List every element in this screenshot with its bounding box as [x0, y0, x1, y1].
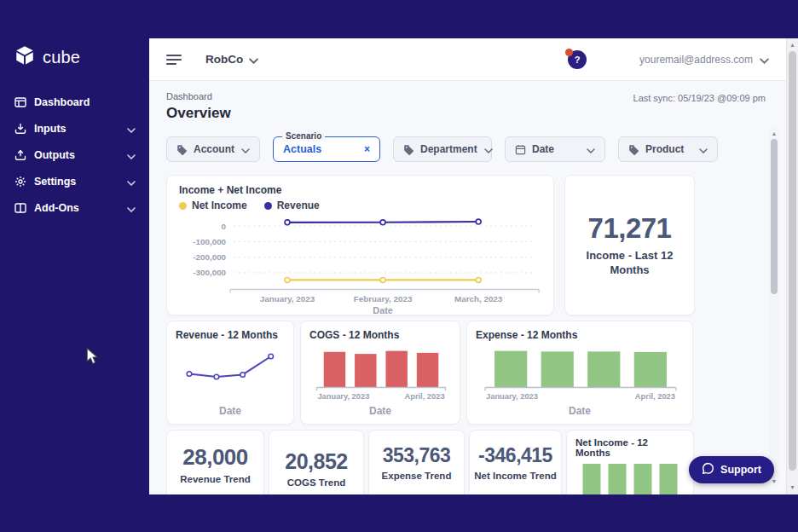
svg-text:January, 2023: January, 2023	[486, 392, 538, 401]
sidebar-item-dashboard[interactable]: Dashboard	[0, 89, 149, 115]
cogs-12-months-chart: January, 2023April, 2023	[309, 346, 453, 405]
help-button[interactable]: ?	[568, 50, 587, 69]
last-sync-status: Last sync: 05/19/23 @09:09 pm	[633, 93, 766, 103]
axis-label: Date	[309, 405, 451, 419]
content-scrollbar[interactable]: ▲ ▼	[769, 128, 779, 488]
kpi-cogs-trend: 20,852 COGS Trend	[269, 430, 364, 494]
tag-icon	[628, 144, 639, 155]
chart-title: Revenue - 12 Months	[176, 329, 285, 341]
add-ons-icon	[14, 201, 26, 214]
filter-scenario[interactable]: Scenario Actuals ×	[273, 136, 380, 162]
chart-row-2: Revenue - 12 Months Date COGS - 12 Month…	[166, 321, 766, 425]
sidebar-item-label: Dashboard	[34, 96, 136, 108]
page-header: Dashboard Overview Last sync: 05/19/23 @…	[166, 91, 766, 122]
scroll-up-arrow[interactable]: ▲	[769, 128, 779, 140]
question-mark-icon: ?	[575, 55, 581, 65]
window-scrollbar[interactable]: ▲ ▼	[786, 38, 798, 494]
inputs-icon	[14, 122, 26, 135]
chart-title: COGS - 12 Months	[309, 329, 451, 341]
kpi-label: COGS Trend	[284, 477, 349, 489]
kpi-value: -346,415	[478, 444, 552, 467]
filter-label: Date	[532, 143, 580, 155]
clear-filter-icon[interactable]: ×	[364, 143, 370, 155]
calendar-icon	[515, 144, 526, 155]
settings-gear-icon	[14, 175, 26, 188]
kpi-value: 28,000	[182, 444, 248, 471]
filter-value: Actuals	[283, 143, 357, 155]
app-window: RobCo ? youremail@address.com Dashboard …	[149, 38, 798, 494]
kpi-income-last-12-months: 71,271 Income - Last 12 Months	[564, 175, 695, 315]
dashboard-page: Dashboard Overview Last sync: 05/19/23 @…	[149, 81, 786, 494]
scroll-up-arrow[interactable]: ▲	[787, 39, 798, 51]
filter-label: Department	[420, 143, 477, 155]
scrollbar-thumb[interactable]	[789, 51, 796, 471]
expense-12-months-chart: January, 2023April, 2023	[476, 346, 685, 405]
tag-icon	[403, 144, 414, 155]
dashboard-icon	[14, 95, 26, 108]
svg-text:0: 0	[222, 222, 227, 231]
filter-account[interactable]: Account	[166, 136, 260, 162]
svg-text:-200,000: -200,000	[193, 252, 226, 262]
chevron-down-icon	[127, 121, 136, 136]
workspace-name: RobCo	[205, 53, 243, 66]
svg-text:Date: Date	[373, 305, 392, 315]
support-label: Support	[720, 464, 761, 476]
chart-row-1: Income + Net Income Net Income Revenue 0…	[166, 175, 766, 315]
kpi-revenue-trend: 28,000 Revenue Trend	[166, 430, 264, 494]
legend-dot	[264, 202, 272, 210]
svg-text:-300,000: -300,000	[193, 268, 226, 277]
kpi-label: Income - Last 12 Months	[572, 249, 687, 278]
svg-text:April, 2023: April, 2023	[635, 392, 675, 401]
chart-title: Income + Net Income	[179, 184, 541, 196]
kpi-net-income-trend: -346,415 Net Income Trend	[469, 430, 562, 494]
support-button[interactable]: Support	[689, 456, 774, 483]
net-income-12-months-card: Net Income - 12 Months	[566, 430, 694, 494]
sidebar-item-add-ons[interactable]: Add-Ons	[0, 194, 149, 221]
kpi-label: Revenue Trend	[176, 473, 253, 485]
hamburger-menu-icon[interactable]	[166, 55, 182, 65]
filter-product[interactable]: Product	[618, 136, 718, 162]
topbar: RobCo ? youremail@address.com	[149, 38, 798, 81]
sidebar-item-inputs[interactable]: Inputs	[0, 115, 149, 142]
chevron-down-icon	[760, 52, 769, 67]
sidebar-item-label: Settings	[34, 176, 127, 188]
income-net-income-chart: 0-100,000-200,000-300,000January, 2023Fe…	[179, 211, 543, 315]
kpi-label: Expense Trend	[379, 470, 455, 482]
sidebar-item-label: Outputs	[34, 149, 127, 161]
sidebar-item-settings[interactable]: Settings	[0, 168, 149, 194]
chat-bubble-icon	[702, 462, 714, 478]
filter-department[interactable]: Department	[393, 136, 492, 162]
user-email: youremail@address.com	[639, 54, 753, 66]
chevron-down-icon	[127, 147, 136, 163]
cogs-12-months-card: COGS - 12 Months January, 2023April, 202…	[300, 321, 460, 425]
axis-label: Date	[476, 405, 684, 419]
filter-label: Account	[194, 143, 234, 155]
chart-title: Net Income - 12 Months	[575, 437, 685, 458]
kpi-expense-trend: 353,763 Expense Trend	[368, 430, 465, 494]
scrollbar-thumb[interactable]	[771, 139, 778, 294]
income-net-income-card: Income + Net Income Net Income Revenue 0…	[166, 175, 554, 315]
account-menu[interactable]: youremail@address.com	[639, 52, 769, 67]
chevron-down-icon	[484, 143, 493, 156]
legend-item-revenue[interactable]: Revenue	[264, 200, 320, 211]
revenue-12-months-card: Revenue - 12 Months Date	[166, 321, 294, 425]
revenue-12-months-chart	[176, 343, 286, 389]
kpi-label: Net Income Trend	[471, 470, 560, 482]
chart-legend: Net Income Revenue	[179, 200, 541, 211]
kpi-row: 28,000 Revenue Trend 20,852 COGS Trend 3…	[166, 430, 766, 494]
logo-text: cube	[43, 48, 80, 67]
chart-title: Expense - 12 Months	[476, 329, 684, 341]
legend-dot	[179, 202, 187, 210]
sidebar-item-outputs[interactable]: Outputs	[0, 142, 149, 168]
scroll-down-arrow[interactable]: ▼	[787, 482, 798, 494]
axis-label: Date	[176, 405, 285, 419]
svg-text:-100,000: -100,000	[193, 237, 226, 246]
sidebar-item-label: Add-Ons	[34, 202, 127, 214]
workspace-switcher[interactable]: RobCo	[205, 52, 258, 67]
page-title: Overview	[166, 105, 231, 122]
filter-bar: Account Scenario Actuals × Department Da…	[166, 136, 766, 162]
cube-logo[interactable]: cube	[0, 0, 149, 70]
legend-item-net-income[interactable]: Net Income	[179, 200, 247, 211]
filter-group-label: Scenario	[282, 131, 325, 142]
filter-date[interactable]: Date	[505, 136, 605, 162]
